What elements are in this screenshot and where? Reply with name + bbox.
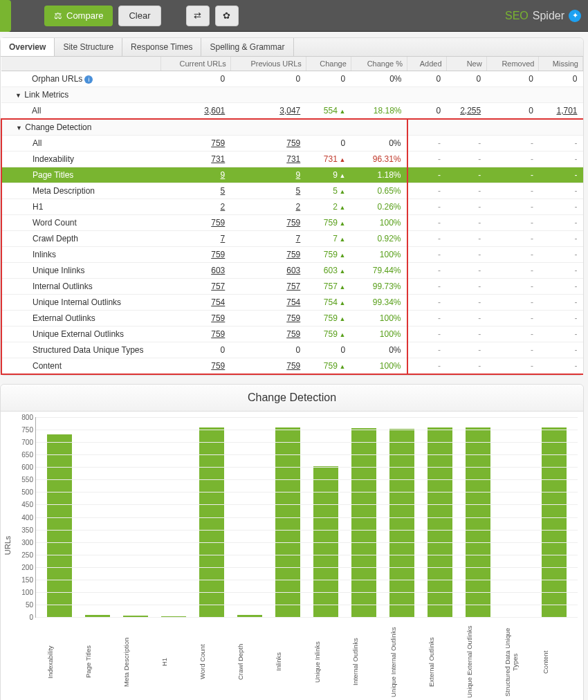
table-row[interactable]: Content759759759100%----: [1, 358, 583, 375]
overview-panel: OverviewSite StructureResponse TimesSpel…: [0, 37, 584, 376]
chart-ylabel: URLs: [3, 536, 12, 555]
xlabel: Internal Outlinks: [351, 620, 376, 700]
swap-icon: ⇄: [194, 10, 201, 21]
col-header[interactable]: [1, 57, 160, 71]
col-header[interactable]: Current URLs: [160, 57, 230, 71]
ytick: 350: [15, 526, 33, 533]
table-row[interactable]: External Outlinks759759759100%----: [1, 311, 583, 326]
table-row[interactable]: Change Detection: [1, 119, 583, 136]
brand: SEO Spider ✦: [505, 10, 581, 22]
col-header[interactable]: Change %: [351, 57, 407, 71]
clear-button[interactable]: Clear: [118, 6, 160, 26]
col-header[interactable]: Previous URLs: [230, 57, 306, 71]
ytick: 200: [15, 563, 33, 571]
ytick: 50: [15, 600, 33, 608]
xlabel: Indexability: [46, 620, 71, 700]
ytick: 0: [15, 614, 33, 621]
table-row[interactable]: Structured Data Unique Types0000%----: [1, 342, 583, 358]
table-row[interactable]: Unique Internal Outlinks75475475499.34%-…: [1, 295, 583, 311]
ytick: 100: [15, 588, 33, 596]
caret-icon: [15, 90, 22, 100]
scales-icon: ⚖: [54, 10, 62, 21]
tab-spelling-grammar[interactable]: Spelling & Grammar: [201, 38, 293, 56]
chart-title: Change Detection: [1, 385, 583, 412]
ytick: 250: [15, 551, 33, 558]
bar: [351, 428, 376, 617]
bar: [466, 427, 490, 617]
col-header[interactable]: Removed: [486, 57, 539, 71]
twitter-icon[interactable]: ✦: [569, 10, 581, 22]
ytick: 650: [15, 451, 33, 459]
table-row[interactable]: Link Metrics: [1, 87, 583, 103]
ytick: 500: [15, 488, 33, 496]
xlabel: Crawl Depth: [237, 620, 261, 700]
chart-xlabels: IndexabilityPage TitlesMeta DescriptionH…: [35, 618, 578, 700]
gear-icon: ✿: [223, 10, 230, 21]
col-header[interactable]: Change: [306, 57, 351, 71]
table-row[interactable]: Internal Outlinks75775775799.73%----: [1, 279, 583, 295]
table-row[interactable]: Crawl Depth7770.92%----: [1, 231, 583, 247]
tab-overview[interactable]: Overview: [1, 38, 55, 56]
main-toolbar: ⚖ Compare Clear ⇄ ✿ SEO Spider ✦: [0, 0, 588, 32]
bar: [389, 429, 414, 617]
col-header[interactable]: Added: [407, 57, 447, 71]
ytick: 700: [15, 439, 33, 446]
xlabel: Word Count: [199, 620, 223, 700]
ytick: 550: [15, 476, 33, 483]
table-row[interactable]: Unique External Outlinks759759759100%---…: [1, 326, 583, 342]
table-row[interactable]: Indexability73173173196.31%----: [1, 151, 583, 167]
bar: [542, 427, 567, 617]
table-row[interactable]: Inlinks759759759100%----: [1, 247, 583, 263]
table-row[interactable]: Word Count759759759100%----: [1, 215, 583, 231]
table-row[interactable]: H12220.26%----: [1, 199, 583, 215]
swap-button[interactable]: ⇄: [186, 6, 210, 26]
settings-button[interactable]: ✿: [215, 6, 239, 26]
compare-button[interactable]: ⚖ Compare: [44, 6, 113, 26]
xlabel: Unique External Outlinks: [466, 620, 490, 700]
ytick: 750: [15, 426, 33, 434]
caret-icon: [16, 122, 23, 132]
xlabel: Content: [542, 620, 567, 700]
ytick: 600: [15, 463, 33, 471]
compare-label: Compare: [66, 10, 103, 21]
xlabel: Structured Data Unique Types: [504, 620, 529, 700]
brand-spider: Spider: [533, 10, 564, 22]
brand-seo: SEO: [505, 10, 529, 22]
left-green-button[interactable]: [0, 0, 11, 32]
xlabel: Unique Inlinks: [313, 620, 338, 700]
xlabel: H1: [160, 620, 185, 700]
clear-label: Clear: [129, 10, 150, 21]
col-header[interactable]: Missing: [539, 57, 583, 71]
overview-table: Current URLsPrevious URLsChangeChange %A…: [1, 57, 583, 375]
col-header[interactable]: New: [446, 57, 486, 71]
table-row[interactable]: All75975900%----: [1, 136, 583, 151]
ytick: 800: [15, 414, 33, 421]
chart-panel: Change Detection URLs 050100150200250300…: [0, 384, 584, 700]
table-row[interactable]: Page Titles9991.18%----: [1, 167, 583, 183]
info-icon[interactable]: i: [84, 75, 93, 84]
bar: [275, 427, 300, 617]
ytick: 150: [15, 575, 33, 583]
bar: [199, 427, 224, 617]
tab-response-times[interactable]: Response Times: [122, 38, 201, 56]
xlabel: Meta Description: [122, 620, 147, 700]
table-row[interactable]: All3,6013,04755418.18%02,25501,701: [1, 103, 583, 120]
bar: [47, 434, 72, 617]
tab-site-structure[interactable]: Site Structure: [55, 38, 122, 56]
xlabel: Inlinks: [275, 620, 300, 700]
chart-plot: 0501001502002503003504004505005506006507…: [35, 417, 578, 618]
tabs: OverviewSite StructureResponse TimesSpel…: [1, 38, 583, 57]
table-row[interactable]: Meta Description5550.65%----: [1, 183, 583, 199]
xlabel: Unique Internal Outlinks: [389, 620, 414, 700]
ytick: 450: [15, 501, 33, 508]
xlabel: Page Titles: [84, 620, 109, 700]
ytick: 300: [15, 538, 33, 546]
xlabel: External Outlinks: [428, 620, 452, 700]
table-row[interactable]: Unique Inlinks60360360379.44%----: [1, 263, 583, 279]
bar: [428, 427, 452, 617]
table-row[interactable]: Orphan URLsi0000%0000: [1, 71, 583, 87]
ytick: 400: [15, 513, 33, 521]
